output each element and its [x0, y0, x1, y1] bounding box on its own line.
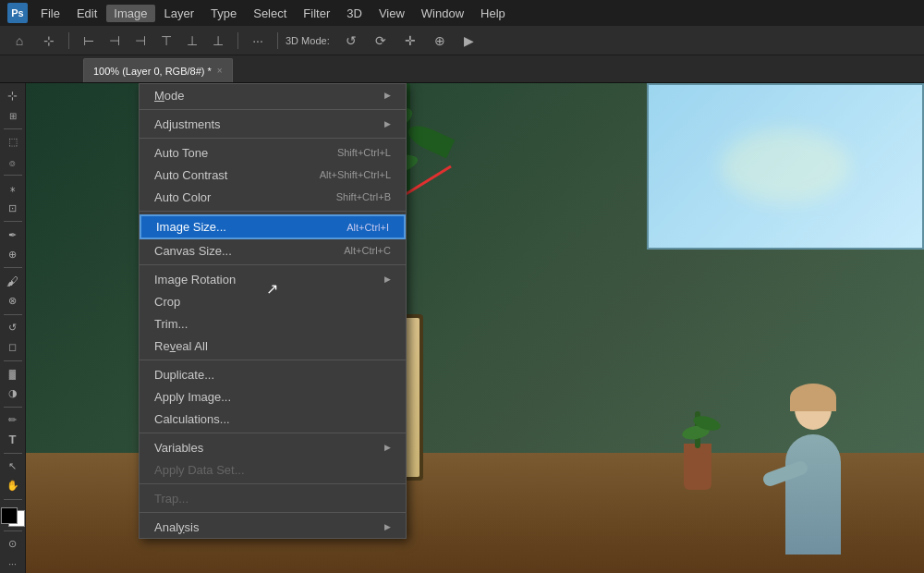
menu-variables[interactable]: Variables: [140, 436, 406, 458]
apply-data-set-label: Apply Data Set...: [154, 463, 391, 477]
options-separator-2: [237, 32, 238, 49]
window-light: [649, 85, 922, 248]
menu-sep-6: [140, 433, 406, 433]
title-bar: Ps File Edit Image Layer Type Select Fil…: [0, 0, 924, 26]
menu-select[interactable]: Select: [246, 5, 294, 22]
auto-contrast-label: Auto Contrast: [154, 168, 301, 182]
menu-trap: Trap...: [140, 487, 406, 509]
path-select-tool[interactable]: ↖: [2, 457, 24, 476]
menu-help[interactable]: Help: [473, 5, 513, 22]
tab-close-button[interactable]: ×: [217, 66, 223, 76]
align-left-button[interactable]: ⊢: [77, 30, 101, 52]
home-button[interactable]: ⌂: [7, 30, 31, 52]
hand-tool[interactable]: ✋: [2, 477, 24, 495]
image-dropdown-menu: Mode Adjustments Auto Tone Shift+Ctrl+L …: [139, 83, 407, 539]
crop-tool[interactable]: ⊡: [2, 200, 24, 218]
menu-view[interactable]: View: [371, 5, 412, 22]
tool-separator-9: [4, 499, 22, 500]
quick-select-tool[interactable]: ⁎: [2, 179, 24, 198]
menu-auto-tone[interactable]: Auto Tone Shift+Ctrl+L: [140, 141, 406, 164]
move-tool[interactable]: ⊹: [2, 87, 24, 105]
more-options-button[interactable]: ···: [246, 30, 270, 52]
options-separator: [68, 32, 69, 49]
menu-image-rotation[interactable]: Image Rotation: [140, 268, 406, 290]
options-bar: ⌂ ⊹ ⊢ ⊣ ⊣ ⊤ ⊥ ⊥ ··· 3D Mode: ↺ ⟳ ✛ ⊕ ▶: [0, 26, 924, 55]
menu-image-size[interactable]: Image Size... Alt+Ctrl+I: [140, 214, 406, 239]
color-swatches[interactable]: [1, 507, 25, 527]
type-tool[interactable]: T: [2, 431, 24, 449]
burn-tool[interactable]: ◑: [2, 384, 24, 403]
menu-file[interactable]: File: [33, 5, 67, 22]
menu-edit[interactable]: Edit: [69, 5, 104, 22]
tool-separator-1: [4, 128, 22, 129]
duplicate-label: Duplicate...: [154, 368, 391, 382]
history-brush-tool[interactable]: ↺: [2, 318, 24, 336]
tool-separator-6: [4, 360, 22, 361]
trim-label: Trim...: [154, 317, 391, 331]
tool-separator-3: [4, 221, 22, 222]
align-bottom-button[interactable]: ⊥: [206, 30, 230, 52]
lasso-tool[interactable]: ⌾: [2, 153, 24, 172]
mode-label: Mode: [154, 89, 381, 103]
foreground-color-swatch[interactable]: [1, 507, 18, 524]
menu-auto-contrast[interactable]: Auto Contrast Alt+Shift+Ctrl+L: [140, 164, 406, 186]
menu-image[interactable]: Image: [106, 5, 154, 22]
tool-separator-4: [4, 267, 22, 268]
menu-apply-image[interactable]: Apply Image...: [140, 385, 406, 408]
canvas-size-shortcut: Alt+Ctrl+C: [344, 245, 391, 256]
menu-crop[interactable]: Crop: [140, 290, 406, 312]
3d-pan-button[interactable]: ✛: [398, 30, 422, 52]
auto-color-label: Auto Color: [154, 190, 318, 204]
gradient-tool[interactable]: ▓: [2, 364, 24, 383]
menu-3d[interactable]: 3D: [339, 5, 370, 22]
zoom-tool[interactable]: ⊙: [2, 535, 24, 554]
pen-tool[interactable]: ✏: [2, 410, 24, 429]
menu-canvas-size[interactable]: Canvas Size... Alt+Ctrl+C: [140, 239, 406, 262]
menu-filter[interactable]: Filter: [296, 5, 337, 22]
menu-reveal-all[interactable]: Reveal All: [140, 335, 406, 357]
align-middle-button[interactable]: ⊥: [180, 30, 204, 52]
more-tools-button[interactable]: ···: [2, 555, 24, 573]
menu-layer[interactable]: Layer: [157, 5, 202, 22]
person: [758, 370, 869, 555]
eraser-tool[interactable]: ◻: [2, 338, 24, 357]
align-center-h-button[interactable]: ⊣: [103, 30, 127, 52]
menu-trim[interactable]: Trim...: [140, 312, 406, 335]
crop-label: Crop: [154, 295, 391, 309]
canvas-size-label: Canvas Size...: [154, 244, 325, 258]
tab-label: 100% (Layer 0, RGB/8#) *: [93, 66, 212, 77]
menu-mode[interactable]: Mode: [140, 84, 406, 106]
auto-tone-label: Auto Tone: [154, 146, 319, 160]
menu-adjustments[interactable]: Adjustments: [140, 113, 406, 135]
eyedropper-tool[interactable]: ✒: [2, 226, 24, 244]
move-tool-option[interactable]: ⊹: [37, 30, 61, 52]
align-right-button[interactable]: ⊣: [128, 30, 152, 52]
window-outside: [647, 83, 924, 250]
apply-image-label: Apply Image...: [154, 390, 391, 404]
marquee-tool[interactable]: ⬚: [2, 133, 24, 152]
3d-slide-button[interactable]: ⊕: [428, 30, 452, 52]
menu-type[interactable]: Type: [203, 5, 244, 22]
brush-tool[interactable]: 🖌: [2, 272, 24, 290]
align-top-button[interactable]: ⊤: [154, 30, 178, 52]
ps-logo: Ps: [7, 3, 28, 23]
auto-tone-shortcut: Shift+Ctrl+L: [337, 147, 391, 158]
document-tab[interactable]: 100% (Layer 0, RGB/8#) * ×: [83, 58, 233, 82]
menu-auto-color[interactable]: Auto Color Shift+Ctrl+B: [140, 186, 406, 208]
3d-roll-button[interactable]: ⟳: [369, 30, 393, 52]
trap-label: Trap...: [154, 492, 391, 506]
clone-stamp-tool[interactable]: ⊗: [2, 292, 24, 311]
menu-calculations[interactable]: Calculations...: [140, 408, 406, 430]
menu-sep-8: [140, 512, 406, 513]
menu-sep-5: [140, 360, 406, 360]
3d-zoom-button[interactable]: ▶: [457, 30, 481, 52]
artboard-tool[interactable]: ⊞: [2, 107, 24, 126]
menu-analysis[interactable]: Analysis: [140, 516, 406, 538]
spot-heal-tool[interactable]: ⊕: [2, 246, 24, 264]
menu-duplicate[interactable]: Duplicate...: [140, 363, 406, 385]
variables-label: Variables: [154, 441, 381, 455]
3d-rotate-button[interactable]: ↺: [339, 30, 363, 52]
3d-mode-label: 3D Mode:: [286, 35, 330, 46]
menu-window[interactable]: Window: [414, 5, 471, 22]
menu-sep-7: [140, 483, 406, 484]
